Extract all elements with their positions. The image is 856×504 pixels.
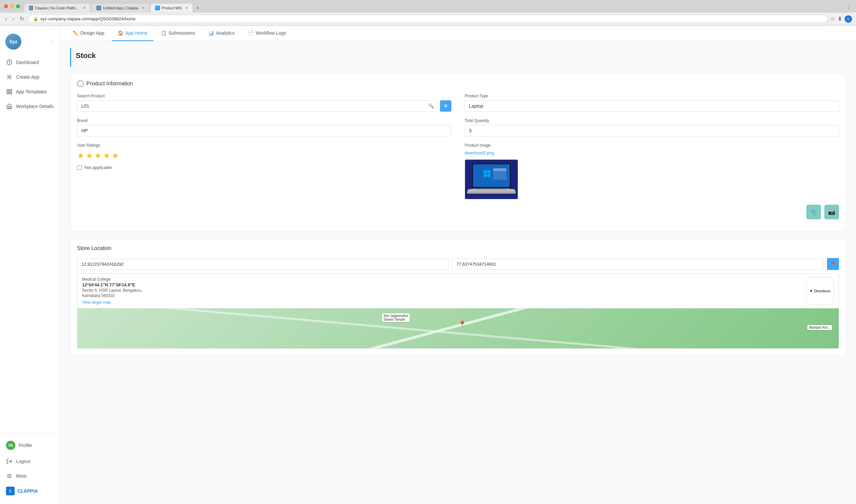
product-image-label: Product Image <box>465 143 839 148</box>
browser-tab-3[interactable]: P Product MIS ✕ <box>150 3 193 12</box>
product-image-link[interactable]: download3.png <box>465 150 839 155</box>
product-image-preview <box>465 159 518 199</box>
logout-icon <box>6 458 13 465</box>
star-4[interactable]: ★ <box>103 151 110 160</box>
map-road-2 <box>79 308 837 348</box>
camera-button[interactable]: 📷 <box>824 205 839 219</box>
user-ratings-label: User Ratings <box>77 143 451 148</box>
star-1[interactable]: ★ <box>77 151 84 160</box>
clappia-text: CLAPPIA <box>17 488 38 494</box>
directions-button[interactable]: ➤ Directions <box>806 277 834 305</box>
section-title-location: Store Location <box>77 245 111 251</box>
sidebar-collapse-button[interactable]: ‹ <box>50 39 54 44</box>
sidebar-item-app-templates[interactable]: App Templates <box>0 84 60 99</box>
url-text: xyz-company.clappia.com/app/QSG039824/ho… <box>40 16 136 21</box>
download-icon[interactable]: ⬇ <box>838 16 842 22</box>
reload-button[interactable]: ↻ <box>18 15 25 23</box>
sidebar-item-create-app[interactable]: Create App <box>0 70 60 84</box>
window-minimize[interactable] <box>10 4 14 8</box>
browser-tab-2[interactable]: C Untitled App | Clappia ✕ <box>91 3 150 12</box>
tab-close-3[interactable]: ✕ <box>185 6 188 10</box>
sidebar-label-create-app: Create App <box>16 74 39 80</box>
forward-button[interactable]: › <box>11 15 15 23</box>
search-product-label: Search Product <box>77 94 451 98</box>
svg-rect-2 <box>7 89 9 91</box>
submissions-tab-icon: 📋 <box>161 30 167 36</box>
analytics-tab-icon: 📊 <box>208 30 214 36</box>
more-icon <box>6 473 13 479</box>
svg-rect-5 <box>7 92 9 94</box>
window-menu[interactable]: ⋮ <box>846 3 852 13</box>
not-applicable-row: Not applicable <box>77 165 451 170</box>
design-tab-icon: ✏️ <box>73 30 78 36</box>
sidebar-label-app-templates: App Templates <box>16 89 47 94</box>
sidebar-label-more: More <box>16 473 27 479</box>
browser-tab-1[interactable]: C Clappia | No-Code Platform fo... ✕ <box>24 3 91 12</box>
sidebar-item-dashboard[interactable]: Dashboard <box>0 55 60 70</box>
product-image-field: Product Image download3.png <box>465 143 839 199</box>
longitude-input[interactable] <box>452 259 824 270</box>
get-location-button[interactable]: 📍 <box>827 258 839 270</box>
svg-rect-19 <box>467 192 516 194</box>
profile-icon[interactable]: V <box>845 15 852 23</box>
map-address-line1: Sector 6, HSR Layout, Bengaluru, <box>82 288 801 293</box>
svg-rect-3 <box>10 89 12 91</box>
nav-tab-analytics[interactable]: 📊 Analytics <box>202 26 241 41</box>
latitude-input[interactable] <box>77 259 449 270</box>
tab-favicon-1: C <box>29 6 33 10</box>
laptop-svg <box>466 161 517 198</box>
svg-rect-13 <box>484 170 487 173</box>
sidebar-label-dashboard: Dashboard <box>16 60 39 65</box>
sidebar-item-more[interactable]: More <box>0 469 60 483</box>
new-tab-button[interactable]: + <box>193 4 202 12</box>
svg-rect-18 <box>493 168 506 171</box>
product-type-input[interactable] <box>465 100 839 112</box>
section-collapse-icon[interactable]: ○ <box>77 80 84 87</box>
star-icon[interactable]: ☆ <box>830 16 835 22</box>
map-visual: Shri JagannathaSwami Temple Manipal Hos.… <box>77 308 839 348</box>
nav-tab-home[interactable]: 🏠 App Home <box>112 26 154 41</box>
not-applicable-label: Not applicable <box>84 165 112 170</box>
search-product-input[interactable] <box>77 100 437 112</box>
templates-icon <box>6 88 13 95</box>
search-icon: 🔍 <box>428 103 434 109</box>
clear-search-button[interactable]: ✕ <box>440 100 451 112</box>
sidebar-label-workplace: Workplace Details <box>16 104 54 109</box>
window-maximize[interactable] <box>16 4 20 8</box>
sidebar-item-profile[interactable]: VE Profile <box>0 437 60 454</box>
svg-rect-16 <box>487 174 490 177</box>
window-close[interactable] <box>4 4 8 8</box>
sidebar-item-workplace[interactable]: Workplace Details <box>0 99 60 114</box>
brand-label: Brand <box>77 118 451 123</box>
user-ratings-field: User Ratings ★ ★ ★ ★ ★ Not applicable <box>77 143 451 170</box>
tab-close-1[interactable]: ✕ <box>83 6 86 10</box>
back-button[interactable]: ‹ <box>4 15 8 23</box>
clappia-brand: C CLAPPIA <box>0 483 60 499</box>
attach-button[interactable]: 📎 <box>806 205 821 219</box>
nav-tab-workflow[interactable]: 📄 Workflow Logs <box>242 26 292 41</box>
nav-tab-submissions-label: Submissions <box>169 30 195 36</box>
nav-tab-design[interactable]: ✏️ Design App <box>67 26 110 41</box>
total-quantity-input[interactable] <box>465 125 839 136</box>
home-tab-icon: 🏠 <box>118 30 123 36</box>
star-rating[interactable]: ★ ★ ★ ★ ★ <box>77 151 451 160</box>
total-quantity-field: Total Quantity <box>465 118 839 136</box>
sidebar-label-profile: Profile <box>19 443 32 448</box>
clear-icon: ✕ <box>444 103 448 109</box>
address-bar[interactable]: 🔒 xyz-company.clappia.com/app/QSG039824/… <box>28 15 828 23</box>
star-5[interactable]: ★ <box>112 151 119 160</box>
brand-input[interactable] <box>77 125 451 136</box>
tab-favicon-3: P <box>155 6 160 10</box>
not-applicable-checkbox[interactable] <box>77 165 82 170</box>
map-address-line2: Karnataka 560102 <box>82 293 801 298</box>
tab-close-2[interactable]: ✕ <box>142 6 144 10</box>
star-2[interactable]: ★ <box>86 151 93 160</box>
view-larger-map-link[interactable]: View larger map <box>82 300 801 305</box>
star-3[interactable]: ★ <box>94 151 102 160</box>
svg-rect-4 <box>10 92 12 94</box>
sidebar-item-logout[interactable]: Logout <box>0 454 60 469</box>
nav-tab-submissions[interactable]: 📋 Submissions <box>155 26 201 41</box>
nav-tab-design-label: Design App <box>81 30 104 36</box>
svg-rect-15 <box>484 174 487 177</box>
workplace-icon <box>6 103 13 110</box>
